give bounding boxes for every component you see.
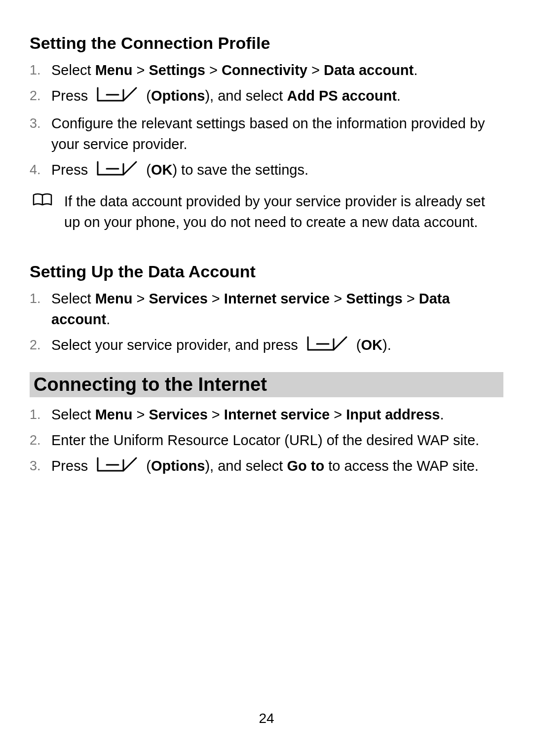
list-item: 1. Select Menu > Services > Internet ser… xyxy=(30,288,503,330)
left-softkey-icon xyxy=(96,456,138,478)
list-body: Press (Options), and select Add PS accou… xyxy=(51,85,503,108)
left-softkey-icon xyxy=(96,160,138,182)
list-number: 1. xyxy=(30,60,51,80)
list-number: 2. xyxy=(30,85,51,106)
list-item: 4. Press (OK) to save the settings. xyxy=(30,159,503,182)
heading-connection-profile: Setting the Connection Profile xyxy=(30,34,503,53)
list-number: 3. xyxy=(30,455,51,476)
book-icon xyxy=(30,191,64,210)
list-connecting-internet: 1. Select Menu > Services > Internet ser… xyxy=(30,404,503,478)
list-data-account: 1. Select Menu > Services > Internet ser… xyxy=(30,288,503,357)
list-connection-profile: 1. Select Menu > Settings > Connectivity… xyxy=(30,60,503,182)
list-number: 2. xyxy=(30,335,51,355)
heading-data-account: Setting Up the Data Account xyxy=(30,262,503,281)
list-body: Select Menu > Services > Internet servic… xyxy=(51,288,503,330)
section-heading-connecting: Connecting to the Internet xyxy=(30,372,503,397)
list-number: 1. xyxy=(30,288,51,308)
left-softkey-icon xyxy=(96,86,138,108)
list-body: Select your service provider, and press … xyxy=(51,335,503,357)
list-body: Press (Options), and select Go to to acc… xyxy=(51,455,503,478)
list-item: 2. Select your service provider, and pre… xyxy=(30,335,503,357)
list-item: 1. Select Menu > Settings > Connectivity… xyxy=(30,60,503,80)
page-number: 24 xyxy=(0,711,533,726)
list-item: 3. Press (Options), and select Go to to … xyxy=(30,455,503,478)
list-number: 2. xyxy=(30,430,51,450)
list-number: 4. xyxy=(30,159,51,180)
list-number: 1. xyxy=(30,404,51,424)
list-body: Select Menu > Services > Internet servic… xyxy=(51,404,503,425)
list-body: Press (OK) to save the settings. xyxy=(51,159,503,182)
list-body: Select Menu > Settings > Connectivity > … xyxy=(51,60,503,80)
list-item: 2. Enter the Uniform Resource Locator (U… xyxy=(30,430,503,451)
list-body: Enter the Uniform Resource Locator (URL)… xyxy=(51,430,503,451)
list-item: 3. Configure the relevant settings based… xyxy=(30,113,503,154)
list-number: 3. xyxy=(30,113,51,133)
list-item: 2. Press (Options), and select Add PS ac… xyxy=(30,85,503,108)
list-item: 1. Select Menu > Services > Internet ser… xyxy=(30,404,503,425)
left-softkey-icon xyxy=(306,335,348,357)
note-text: If the data account provided by your ser… xyxy=(64,191,503,232)
list-body: Configure the relevant settings based on… xyxy=(51,113,503,154)
note-row: If the data account provided by your ser… xyxy=(30,191,503,232)
